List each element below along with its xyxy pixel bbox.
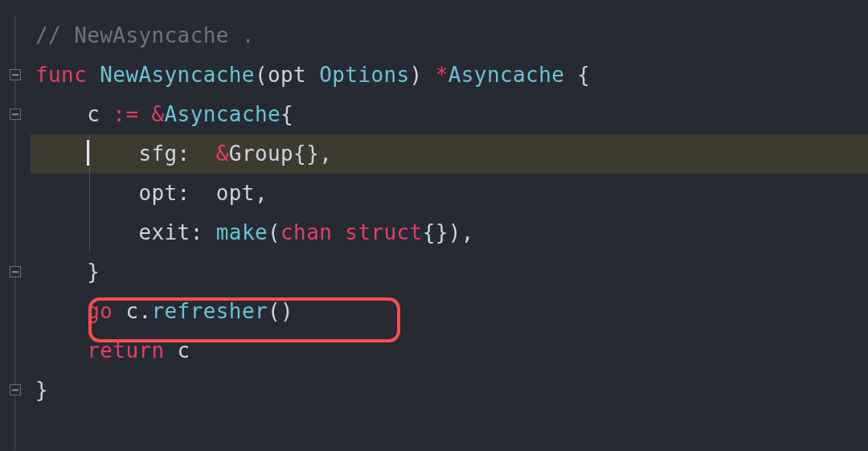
gutter (0, 0, 31, 451)
fold-marker-icon[interactable] (10, 266, 21, 277)
brace-close: } (35, 378, 48, 402)
comment-slashes: // (35, 23, 74, 47)
pointer-star: * (436, 63, 448, 87)
keyword-chan: chan (280, 220, 332, 244)
builtin-make: make (216, 220, 268, 244)
code-line: func NewAsyncache(opt Options) *Asyncach… (31, 55, 868, 95)
indent-guide (89, 213, 90, 252)
code-area[interactable]: // NewAsyncache . func NewAsyncache(opt … (31, 0, 868, 451)
short-assign: := (100, 102, 151, 126)
return-type: Asyncache (448, 63, 564, 87)
receiver: c (125, 299, 138, 323)
fold-marker-icon[interactable] (10, 109, 21, 120)
keyword-go: go (87, 299, 113, 323)
param-type: Options (319, 63, 409, 87)
field-key: opt: (138, 181, 190, 205)
brace-open: { (280, 102, 293, 126)
code-line: c := &Asyncache{ (31, 95, 868, 134)
field-value: opt (216, 181, 255, 205)
param-name: opt (268, 63, 306, 87)
field-key: sfg: (138, 141, 190, 166)
code-line: } (31, 371, 868, 410)
method-name: refresher (152, 299, 268, 323)
code-editor[interactable]: // NewAsyncache . func NewAsyncache(opt … (0, 0, 868, 451)
fold-marker-icon[interactable] (10, 384, 21, 396)
ampersand: & (152, 102, 165, 126)
function-name: NewAsyncache (100, 63, 255, 87)
indent-guide (89, 174, 90, 213)
var-name: c (87, 102, 100, 126)
struct-type: Asyncache (165, 102, 280, 126)
code-line: go c.refresher() (31, 292, 868, 331)
fold-marker-icon[interactable] (10, 69, 21, 80)
return-value: c (178, 338, 190, 363)
ampersand: & (216, 141, 229, 166)
keyword-func: func (35, 63, 87, 87)
code-line: return c (31, 331, 868, 371)
type-name: Group (229, 141, 293, 166)
code-line: exit: make(chan struct{}), (31, 213, 868, 252)
code-line-active: sfg: &Group{}, (31, 134, 868, 174)
field-key: exit: (138, 220, 203, 244)
code-line: } (31, 252, 868, 292)
code-line: opt: opt, (31, 174, 868, 213)
keyword-struct: struct (345, 220, 422, 244)
dot: . (138, 299, 151, 323)
comment-text: NewAsyncache . (74, 23, 255, 47)
indent-guide (89, 134, 90, 174)
code-line: // NewAsyncache . (31, 16, 868, 55)
brace-close: } (87, 260, 100, 284)
brace-open: { (564, 63, 590, 87)
keyword-return: return (87, 338, 164, 363)
